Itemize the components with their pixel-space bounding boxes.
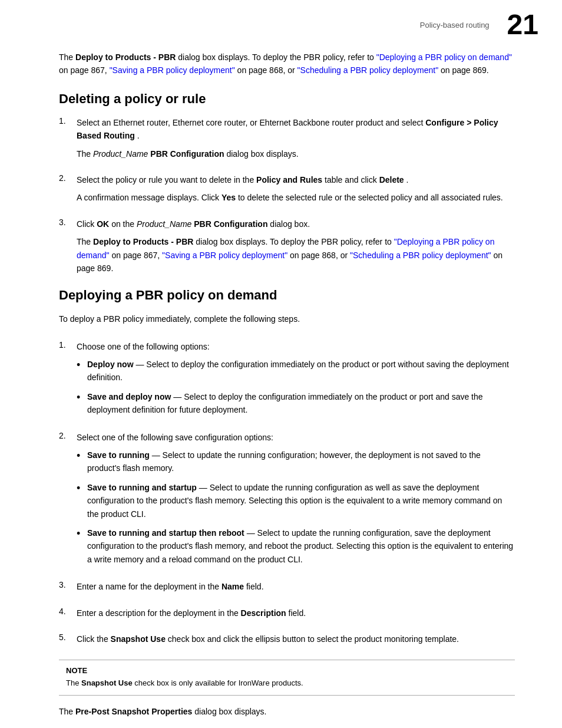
step-2-number: 2. (59, 173, 77, 183)
section2-intro: To deploy a PBR policy immediately, comp… (59, 312, 515, 325)
step-2-content: Select the policy or rule you want to de… (77, 173, 515, 209)
intro-link2[interactable]: "Saving a PBR policy deployment" (110, 65, 235, 75)
s2-step-3-main: Enter a name for the deployment in the N… (77, 580, 515, 593)
step-1: 1. Select an Ethernet router, Ethernet c… (59, 116, 515, 165)
s2-step-2-content: Select one of the following save configu… (77, 431, 515, 572)
step-1-sub: The Product_Name PBR Configuration dialo… (77, 147, 515, 160)
intro-link1[interactable]: "Deploying a PBR policy on demand" (376, 52, 512, 62)
s2-step-3-number: 3. (59, 580, 77, 589)
s2-step-3: 3. Enter a name for the deployment in th… (59, 580, 515, 598)
s2-step-4-number: 4. (59, 607, 77, 616)
chapter-number: 21 (507, 11, 538, 39)
s2-step-1-bullets: • Deploy now — Select to deploy the conf… (77, 358, 515, 417)
s2-step-4-content: Enter a description for the deployment i… (77, 607, 515, 624)
s2-step-1-number: 1. (59, 340, 77, 350)
note-text: The Snapshot Use check box is only avail… (66, 677, 508, 689)
s2-step-5-number: 5. (59, 633, 77, 642)
s2-step-2-number: 2. (59, 431, 77, 440)
intro-text-after-bold: dialog box displays. To deploy the PBR p… (178, 52, 376, 62)
s2-step-4-main: Enter a description for the deployment i… (77, 607, 515, 620)
bullet-dot-2: • (77, 390, 87, 404)
step3-link2[interactable]: "Saving a PBR policy deployment" (162, 251, 287, 260)
bullet-save-deploy-now: • Save and deploy now — Select to deploy… (77, 390, 515, 417)
step-2-sub: A confirmation message displays. Click Y… (77, 191, 515, 204)
final-paragraph: The Pre-Post Snapshot Properties dialog … (59, 705, 515, 718)
section2-steps: 1. Choose one of the following options: … (59, 340, 515, 651)
section-title: Policy-based routing (420, 21, 490, 29)
page-header: Policy-based routing 21 (0, 0, 562, 45)
intro-bold: Deploy to Products - PBR (75, 52, 176, 62)
bullet-text-2: Save and deploy now — Select to deploy t… (87, 390, 515, 417)
s2-step-4: 4. Enter a description for the deploymen… (59, 607, 515, 624)
s2-step-2-main: Select one of the following save configu… (77, 431, 515, 444)
s2-step-2-bullets: • Save to running — Select to update the… (77, 449, 515, 566)
bullet-text-5: Save to running and startup then reboot … (87, 526, 515, 566)
s2-step-5: 5. Click the Snapshot Use check box and … (59, 633, 515, 650)
s2-step-5-main: Click the Snapshot Use check box and cli… (77, 633, 515, 645)
note-label: NOTE (66, 666, 508, 675)
content-area: The Deploy to Products - PBR dialog box … (0, 45, 562, 728)
bullet-save-running-startup: • Save to running and startup — Select t… (77, 481, 515, 521)
bullet-text-1: Deploy now — Select to deploy the config… (87, 358, 515, 384)
bullet-dot-3: • (77, 449, 87, 463)
s2-step-1-main: Choose one of the following options: (77, 340, 515, 353)
bullet-deploy-now: • Deploy now — Select to deploy the conf… (77, 358, 515, 384)
step-1-main: Select an Ethernet router, Ethernet core… (77, 116, 515, 143)
bullet-text-3: Save to running — Select to update the r… (87, 449, 515, 475)
intro-paragraph: The Deploy to Products - PBR dialog box … (59, 51, 515, 77)
intro-link1-ref: on page 867, (59, 65, 110, 75)
page-container: Policy-based routing 21 The Deploy to Pr… (0, 0, 562, 728)
step-3-sub: The Deploy to Products - PBR dialog box … (77, 235, 515, 275)
intro-text-before: The (59, 52, 75, 62)
step3-link3[interactable]: "Scheduling a PBR policy deployment" (350, 251, 491, 260)
bullet-dot-4: • (77, 481, 87, 495)
step-3: 3. Click OK on the Product_Name PBR Conf… (59, 218, 515, 280)
note-box: NOTE The Snapshot Use check box is only … (59, 660, 515, 696)
s2-step-5-content: Click the Snapshot Use check box and cli… (77, 633, 515, 650)
intro-link3-ref: on page 869. (441, 65, 489, 75)
s2-step-1-content: Choose one of the following options: • D… (77, 340, 515, 423)
step-2-main: Select the policy or rule you want to de… (77, 173, 515, 186)
intro-link3[interactable]: "Scheduling a PBR policy deployment" (297, 65, 439, 75)
intro-link2-ref: on page 868, or (237, 65, 297, 75)
step-1-content: Select an Ethernet router, Ethernet core… (77, 116, 515, 165)
step-3-content: Click OK on the Product_Name PBR Configu… (77, 218, 515, 280)
step-3-number: 3. (59, 218, 77, 227)
s2-step-2: 2. Select one of the following save conf… (59, 431, 515, 572)
section2-heading: Deploying a PBR policy on demand (59, 288, 515, 303)
bullet-dot-1: • (77, 358, 87, 372)
section1-steps: 1. Select an Ethernet router, Ethernet c… (59, 116, 515, 280)
s2-step-3-content: Enter a name for the deployment in the N… (77, 580, 515, 598)
s2-step-1: 1. Choose one of the following options: … (59, 340, 515, 423)
step-1-number: 1. (59, 116, 77, 126)
bullet-text-4: Save to running and startup — Select to … (87, 481, 515, 521)
bullet-dot-5: • (77, 526, 87, 541)
section1-heading: Deleting a policy or rule (59, 91, 515, 107)
step-2: 2. Select the policy or rule you want to… (59, 173, 515, 209)
bullet-save-running-startup-reboot: • Save to running and startup then reboo… (77, 526, 515, 566)
bullet-save-running: • Save to running — Select to update the… (77, 449, 515, 475)
step-3-main: Click OK on the Product_Name PBR Configu… (77, 218, 515, 230)
